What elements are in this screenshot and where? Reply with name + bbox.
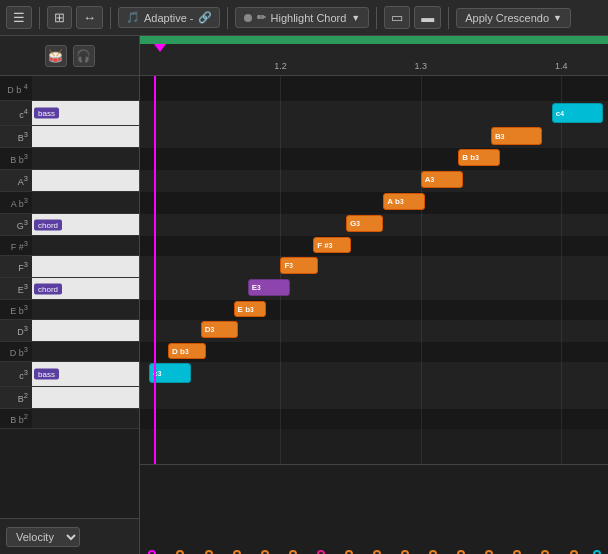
piano-key-db3[interactable]: D b3: [0, 342, 139, 362]
note-c4[interactable]: c4: [552, 103, 603, 123]
adaptive-link-icon: 🔗: [198, 11, 212, 24]
key-label-f3: F3: [0, 260, 32, 273]
velocity-area: [140, 464, 608, 554]
key-label-g3: G3: [0, 218, 32, 231]
key-label-b3: B3: [0, 130, 32, 143]
toolbar: ☰ ⊞ ↔ 🎵 Adaptive - 🔗 ✏ Highlight Chord ▼…: [0, 0, 608, 36]
key-visual-eb3: [32, 300, 139, 319]
pencil-icon: ✏: [257, 11, 266, 24]
piano-key-ab3[interactable]: A b3: [0, 192, 139, 214]
piano-key-eb3[interactable]: E b3: [0, 300, 139, 320]
note-fs3[interactable]: F #3: [313, 237, 350, 253]
note-g3[interactable]: G3: [346, 215, 383, 232]
view-single-button[interactable]: ▭: [384, 6, 410, 29]
key-tag-c4-bass: bass: [34, 108, 59, 119]
note-d3[interactable]: D3: [201, 321, 238, 338]
piano-key-d3[interactable]: D3: [0, 320, 139, 342]
menu-button[interactable]: ☰: [6, 6, 32, 29]
key-visual-b2: [32, 387, 139, 408]
key-label-b2: B2: [0, 391, 32, 404]
key-label-db4: D b 4: [0, 82, 32, 95]
velocity-row: Velocity Pitch Duration: [0, 518, 139, 554]
piano-key-fs3[interactable]: F #3: [0, 236, 139, 256]
key-visual-b3: [32, 126, 139, 147]
piano-key-db4[interactable]: D b 4: [0, 76, 139, 101]
key-visual-f3: [32, 256, 139, 277]
key-tag-e3-chord: chord: [34, 283, 62, 294]
piano-key-e3[interactable]: E3 chord: [0, 278, 139, 300]
quantize-button[interactable]: ↔: [76, 6, 103, 29]
velocity-dropdown[interactable]: Velocity Pitch Duration: [6, 527, 80, 547]
view-split-button[interactable]: ▬: [414, 6, 441, 29]
crescendo-label: Apply Crescendo: [465, 12, 549, 24]
key-visual-e3: chord: [32, 278, 139, 299]
key-label-d3: D3: [0, 324, 32, 337]
highlight-dot-icon: [244, 14, 252, 22]
piano-key-a3[interactable]: A3: [0, 170, 139, 192]
note-eb3[interactable]: E b3: [234, 301, 267, 317]
snap-button[interactable]: ⊞: [47, 6, 72, 29]
playhead: [154, 76, 156, 464]
separator-1: [39, 7, 40, 29]
key-visual-g3: chord: [32, 214, 139, 235]
separator-3: [227, 7, 228, 29]
piano-key-b3[interactable]: B3: [0, 126, 139, 148]
piano-key-g3[interactable]: G3 chord: [0, 214, 139, 236]
key-tag-g3-chord: chord: [34, 219, 62, 230]
piano-key-bb3[interactable]: B b3: [0, 148, 139, 170]
key-label-bb2: B b2: [0, 412, 32, 425]
key-visual-ab3: [32, 192, 139, 213]
key-visual-bb2: [32, 409, 139, 428]
headphone-icon-button[interactable]: 🎧: [73, 45, 95, 67]
vline-2: [421, 76, 422, 464]
piano-key-b2[interactable]: B2: [0, 387, 139, 409]
key-visual-fs3: [32, 236, 139, 255]
piano-column: 🥁 🎧 MIDI Track D b 4 c4 bass B3: [0, 36, 140, 554]
key-visual-a3: [32, 170, 139, 191]
drum-icon-button[interactable]: 🥁: [45, 45, 67, 67]
separator-5: [448, 7, 449, 29]
note-e3[interactable]: E3: [248, 279, 290, 296]
key-visual-c4: bass: [32, 101, 139, 125]
note-db3[interactable]: D b3: [168, 343, 205, 359]
note-b3[interactable]: B3: [491, 127, 542, 145]
piano-key-f3[interactable]: F3: [0, 256, 139, 278]
loop-range-bar: [140, 36, 608, 44]
piano-key-c4[interactable]: c4 bass: [0, 101, 139, 126]
key-label-db3: D b3: [0, 345, 32, 358]
timeline-marker-1.4: 1.4: [555, 61, 568, 71]
key-label-c4: c4: [0, 107, 32, 120]
piano-roll-grid[interactable]: c4 B3 B b3 A3 A b3 G3 F #3 F3 E3 E b3 D3…: [140, 76, 608, 464]
playhead-marker: [154, 44, 166, 52]
main-area: 🥁 🎧 MIDI Track D b 4 c4 bass B3: [0, 36, 608, 554]
vline-3: [561, 76, 562, 464]
highlight-chord-label: Highlight Chord: [271, 12, 347, 24]
piano-key-c3[interactable]: c3 bass: [0, 362, 139, 387]
key-visual-db3: [32, 342, 139, 361]
key-label-fs3: F #3: [0, 239, 32, 252]
key-label-e3: E3: [0, 282, 32, 295]
piano-key-bb2[interactable]: B b2: [0, 409, 139, 429]
key-label-bb3: B b3: [0, 152, 32, 165]
highlight-chord-button[interactable]: ✏ Highlight Chord ▼: [235, 7, 370, 28]
crescendo-dropdown-arrow: ▼: [553, 13, 562, 23]
adaptive-button[interactable]: 🎵 Adaptive - 🔗: [118, 7, 220, 28]
piano-keys: MIDI Track D b 4 c4 bass B3 B b3: [0, 76, 139, 518]
apply-crescendo-button[interactable]: Apply Crescendo ▼: [456, 8, 571, 28]
note-f3[interactable]: F3: [280, 257, 317, 274]
key-label-c3: c3: [0, 368, 32, 381]
note-ab3[interactable]: A b3: [383, 193, 425, 210]
timeline-marker-1.3: 1.3: [415, 61, 428, 71]
vline-4: [210, 76, 211, 464]
grid-column: 1.2 1.3 1.4: [140, 36, 608, 554]
note-bb3[interactable]: B b3: [458, 149, 500, 166]
key-label-eb3: E b3: [0, 303, 32, 316]
note-a3[interactable]: A3: [421, 171, 463, 188]
key-label-ab3: A b3: [0, 196, 32, 209]
key-label-a3: A3: [0, 174, 32, 187]
timeline: 1.2 1.3 1.4: [140, 36, 608, 76]
timeline-marker-1.2: 1.2: [274, 61, 287, 71]
key-visual-db4: [32, 76, 139, 100]
highlight-dropdown-arrow: ▼: [351, 13, 360, 23]
key-tag-c3-bass: bass: [34, 369, 59, 380]
